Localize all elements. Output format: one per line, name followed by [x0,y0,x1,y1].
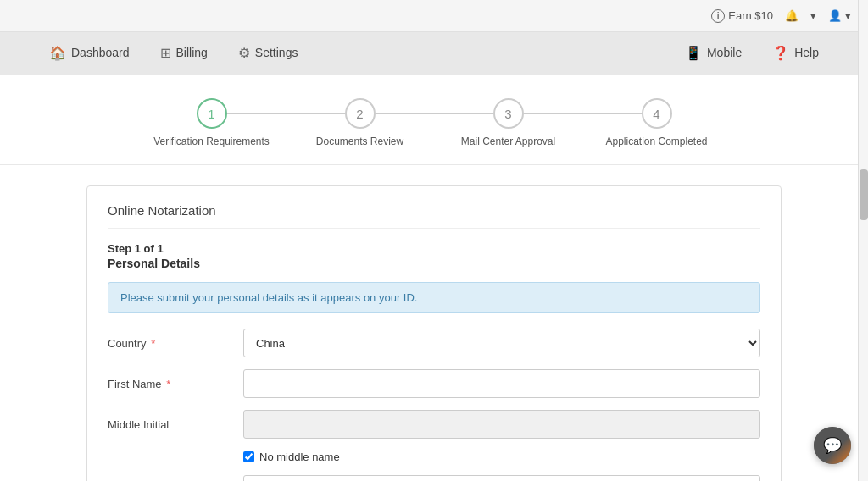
form-card: Online Notarization Step 1 of 1 Personal… [86,185,782,481]
step-1-label: Verification Requirements [153,135,270,147]
lastname-field [243,475,760,481]
chat-bubble-inner: 💬 [814,427,851,464]
no-middle-checkbox[interactable] [243,451,254,462]
nav-help[interactable]: ❓ Help [757,32,834,75]
firstname-label: First Name * [108,378,243,390]
scrollbar-thumb[interactable] [860,169,868,220]
info-box-top: Please submit your personal details as i… [108,282,760,313]
user-item[interactable]: 👤 ▾ [828,9,851,22]
bell-icon: 🔔 [785,9,798,22]
step-4-label: Application Completed [605,135,707,147]
nav-mobile[interactable]: 📱 Mobile [670,32,757,75]
country-row: Country * China United States United Kin… [108,329,760,357]
step-2-circle: 2 [345,98,376,129]
help-icon: ❓ [772,45,789,61]
dashboard-icon: 🏠 [49,45,66,61]
chevron-down-icon: ▾ [810,9,816,22]
nav-settings-label: Settings [255,46,298,59]
no-middle-label: No middle name [259,451,340,463]
user-icon: 👤 [828,9,842,22]
nav-help-label: Help [794,46,819,59]
step-1: 1 Verification Requirements [137,98,286,147]
main-content: Online Notarization Step 1 of 1 Personal… [53,165,815,481]
country-select[interactable]: China United States United Kingdom Canad… [243,329,760,357]
nav-dashboard-label: Dashboard [71,46,130,59]
country-field: China United States United Kingdom Canad… [243,329,760,357]
main-nav: 🏠 Dashboard ⊞ Billing ⚙ Settings 📱 Mobil… [0,32,868,75]
step-3-circle: 3 [493,98,524,129]
step-3-label: Mail Center Approval [461,135,555,147]
settings-icon: ⚙ [238,45,250,61]
country-required: * [151,337,155,350]
nav-mobile-label: Mobile [707,46,742,59]
chat-icon: 💬 [823,436,842,455]
nav-settings[interactable]: ⚙ Settings [223,32,314,75]
chat-bubble-button[interactable]: 💬 [814,427,851,464]
section-title: Personal Details [108,257,760,270]
step-3: 3 Mail Center Approval [434,98,582,147]
firstname-field [243,369,760,398]
step-4: 4 Application Completed [582,98,731,147]
nav-billing-label: Billing [176,46,208,59]
billing-icon: ⊞ [160,45,171,61]
step-indicator: Step 1 of 1 [108,242,760,255]
stepper-container: 1 Verification Requirements 2 Documents … [0,75,868,165]
middle-input[interactable] [243,410,760,439]
middle-field [243,410,760,439]
earn-item[interactable]: i Earn $10 [711,9,773,23]
lastname-input[interactable] [243,475,760,481]
lastname-row: Last Name * [108,475,760,481]
country-label: Country * [108,337,243,350]
info-icon: i [711,9,725,23]
language-item[interactable]: ▾ [810,9,816,22]
notifications-item[interactable]: 🔔 [785,9,798,22]
scrollbar-track[interactable] [858,0,868,481]
step-2: 2 Documents Review [286,98,434,147]
firstname-row: First Name * [108,369,760,398]
firstname-required: * [166,378,170,390]
nav-dashboard[interactable]: 🏠 Dashboard [34,32,145,75]
step-2-label: Documents Review [316,135,403,147]
no-middle-row: No middle name [243,451,760,463]
step-1-circle: 1 [197,98,227,129]
nav-billing[interactable]: ⊞ Billing [145,32,223,75]
top-bar: i Earn $10 🔔 ▾ 👤 ▾ [0,0,868,32]
user-chevron-icon: ▾ [845,9,851,22]
middle-label: Middle Initial [108,418,243,431]
mobile-icon: 📱 [685,45,702,61]
middle-row: Middle Initial [108,410,760,439]
form-card-title: Online Notarization [108,203,760,229]
firstname-input[interactable] [243,369,760,398]
earn-label: Earn $10 [728,9,773,22]
step-4-circle: 4 [642,98,672,129]
stepper: 1 Verification Requirements 2 Documents … [137,98,731,147]
